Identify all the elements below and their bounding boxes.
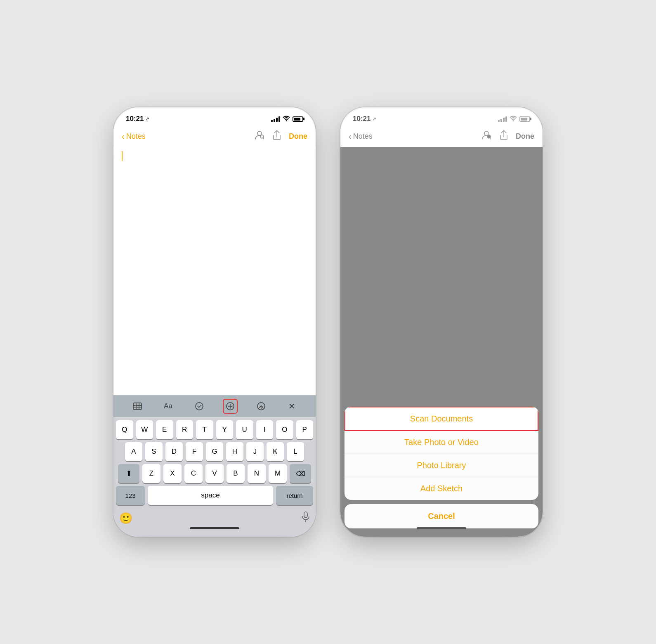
checklist-button[interactable] (192, 399, 207, 414)
mic-button-left[interactable] (302, 511, 310, 525)
keyboard-toolbar-left: Aa ✕ (113, 395, 316, 417)
status-icons-left (271, 116, 303, 123)
svg-rect-3 (133, 403, 142, 410)
keyboard-left: Q W E R T Y U I O P A S D F G H J K (113, 417, 316, 508)
note-content-left[interactable] (113, 147, 316, 395)
profile-icon-right[interactable]: + (481, 130, 492, 143)
svg-rect-13 (304, 512, 307, 518)
table-button[interactable] (130, 399, 145, 414)
done-button-left[interactable]: Done (289, 132, 307, 141)
key-g[interactable]: G (206, 442, 223, 461)
action-take-photo[interactable]: Take Photo or Video (345, 431, 538, 454)
text-cursor (122, 151, 123, 161)
key-x[interactable]: X (163, 464, 182, 483)
nav-bar-left: ‹ Notes + Done (113, 128, 316, 147)
key-p[interactable]: P (296, 420, 314, 439)
action-cancel-button[interactable]: Cancel (345, 504, 538, 528)
key-row-3: ⬆ Z X C V B N M ⌫ (116, 464, 313, 483)
right-phone: 10:21 ↗ (340, 107, 543, 537)
home-indicator-left (190, 527, 239, 529)
key-s[interactable]: S (145, 442, 163, 461)
key-backspace[interactable]: ⌫ (290, 464, 311, 483)
close-keyboard-button[interactable]: ✕ (285, 399, 300, 414)
signal-icon-right (498, 116, 507, 122)
key-row-2: A S D F G H J K L (116, 442, 313, 461)
key-z[interactable]: Z (142, 464, 160, 483)
svg-point-8 (196, 402, 203, 410)
status-icons-right (498, 116, 530, 123)
battery-icon-right (519, 116, 530, 122)
share-icon-right[interactable] (499, 130, 508, 143)
action-sheet-container: Scan Documents Take Photo or Video Photo… (340, 407, 543, 537)
add-button[interactable] (223, 399, 238, 414)
emoji-button-left[interactable]: 🙂 (119, 512, 132, 525)
back-label-left: Notes (126, 132, 146, 141)
location-icon-right: ↗ (372, 116, 376, 122)
key-t[interactable]: T (196, 420, 213, 439)
home-indicator-area-left (113, 527, 316, 537)
time-right: 10:21 (353, 115, 370, 123)
home-indicator-right (417, 527, 466, 529)
profile-icon-left[interactable]: + (254, 130, 265, 143)
key-return[interactable]: return (276, 486, 313, 505)
home-indicator-area-right (340, 527, 543, 537)
key-a[interactable]: A (125, 442, 142, 461)
draw-button[interactable] (254, 399, 269, 414)
text-format-button[interactable]: Aa (161, 399, 176, 414)
key-h[interactable]: H (226, 442, 243, 461)
text-format-label: Aa (164, 402, 172, 410)
svg-text:+: + (261, 136, 263, 139)
key-w[interactable]: W (136, 420, 153, 439)
key-m[interactable]: M (269, 464, 287, 483)
status-bar-right: 10:21 ↗ (340, 107, 543, 128)
back-label-right: Notes (353, 132, 373, 141)
key-b[interactable]: B (227, 464, 245, 483)
status-bar-left: 10:21 ↗ (113, 107, 316, 128)
share-icon-left[interactable] (272, 130, 281, 143)
key-v[interactable]: V (205, 464, 224, 483)
close-icon-left: ✕ (288, 401, 295, 411)
action-scan-documents[interactable]: Scan Documents (345, 407, 538, 431)
location-icon-left: ↗ (145, 116, 149, 122)
key-o[interactable]: O (276, 420, 293, 439)
svg-point-15 (484, 131, 488, 135)
action-add-sketch[interactable]: Add Sketch (345, 477, 538, 500)
key-f[interactable]: F (186, 442, 203, 461)
time-left: 10:21 (126, 115, 144, 123)
key-j[interactable]: J (246, 442, 264, 461)
key-numbers[interactable]: 123 (116, 486, 145, 505)
key-n[interactable]: N (248, 464, 266, 483)
key-r[interactable]: R (176, 420, 193, 439)
svg-point-0 (257, 131, 262, 135)
key-d[interactable]: D (165, 442, 183, 461)
key-space[interactable]: space (148, 486, 273, 505)
key-shift[interactable]: ⬆ (118, 464, 139, 483)
svg-text:+: + (488, 136, 490, 139)
key-row-1: Q W E R T Y U I O P (116, 420, 313, 439)
emoji-mic-row-left: 🙂 (113, 508, 316, 527)
action-sheet: Scan Documents Take Photo or Video Photo… (345, 407, 538, 500)
nav-bar-right: ‹ Notes + Done (340, 128, 543, 147)
key-u[interactable]: U (236, 420, 253, 439)
key-row-4: 123 space return (116, 486, 313, 505)
key-e[interactable]: E (156, 420, 173, 439)
back-button-right[interactable]: ‹ Notes (349, 132, 373, 141)
nav-actions-right: + Done (481, 130, 534, 143)
key-l[interactable]: L (287, 442, 304, 461)
key-c[interactable]: C (184, 464, 203, 483)
back-button-left[interactable]: ‹ Notes (122, 132, 146, 141)
done-button-right[interactable]: Done (516, 132, 534, 141)
wifi-icon-left (283, 116, 290, 123)
nav-actions-left: + Done (254, 130, 307, 143)
signal-icon-left (271, 116, 280, 122)
left-phone: 10:21 ↗ (113, 107, 316, 537)
action-photo-library[interactable]: Photo Library (345, 454, 538, 477)
wifi-icon-right (510, 116, 517, 123)
key-i[interactable]: I (256, 420, 274, 439)
key-q[interactable]: Q (116, 420, 133, 439)
key-k[interactable]: K (267, 442, 284, 461)
key-y[interactable]: Y (216, 420, 234, 439)
battery-icon-left (293, 116, 303, 122)
